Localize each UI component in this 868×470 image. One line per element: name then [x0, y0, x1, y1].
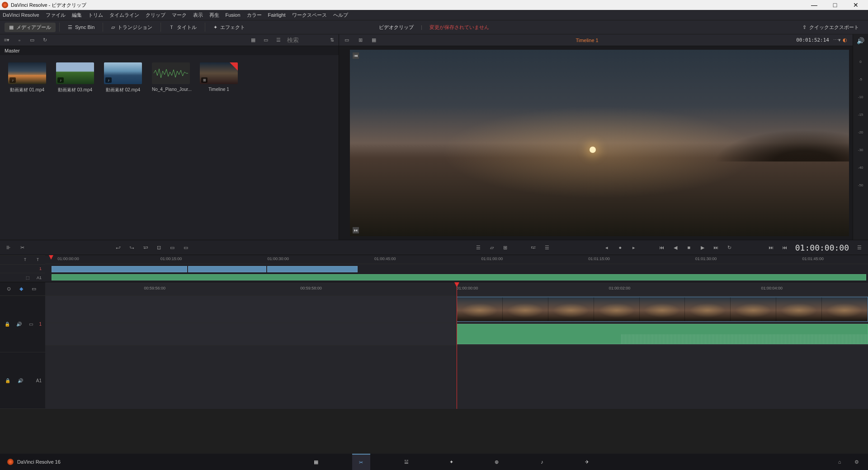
tool-icon-1[interactable]: ☰	[474, 244, 482, 251]
menu-edit[interactable]: 編集	[72, 12, 82, 19]
clip-item[interactable]: ♪ 動画素材 02.mp4	[104, 62, 142, 93]
clip-item[interactable]: ⊞ Timeline 1	[200, 62, 238, 92]
mini-tool-b-icon[interactable]: Ｔ	[33, 256, 42, 263]
tab-fairlight[interactable]: ♪	[533, 454, 551, 470]
mini-audio-clip[interactable]	[52, 274, 866, 280]
maximize-button[interactable]: □	[825, 0, 845, 10]
settings-icon[interactable]: ☰	[543, 244, 551, 251]
boring-detector-icon[interactable]: ⊪	[5, 244, 13, 251]
first-frame-button[interactable]: ⏮	[353, 52, 359, 59]
view-list-icon[interactable]: ☰	[274, 37, 283, 44]
ripple-icon[interactable]: ⮒	[141, 244, 149, 251]
quickexport-button[interactable]: ⇪ クイックエクスポート	[798, 23, 863, 32]
filter-icon[interactable]: ⇅	[328, 37, 336, 44]
mute-video-icon[interactable]: 🔊	[15, 320, 23, 328]
viewer-mode3-icon[interactable]: ▦	[370, 37, 378, 44]
mini-video-clip[interactable]	[52, 266, 187, 272]
close-button[interactable]: ✕	[845, 0, 866, 10]
pool-folder-icon[interactable]: ▭	[28, 37, 36, 44]
bypass-icon[interactable]: ◐	[841, 37, 849, 44]
viewer-canvas[interactable]: ⏮ ⏭	[350, 50, 849, 236]
mini-playhead[interactable]	[49, 255, 53, 260]
syncbin-toggle[interactable]: ☰ Sync Bin	[63, 23, 99, 32]
tool-icon-2[interactable]: ▱	[488, 244, 496, 251]
tools-icon[interactable]: ⮓	[529, 244, 538, 251]
place-on-top-icon[interactable]: ▭	[168, 244, 176, 251]
bin-label[interactable]: Master	[0, 46, 339, 55]
mediapool-toggle[interactable]: ▦ メディアプール	[5, 23, 56, 32]
project-settings-icon[interactable]: ⚙	[853, 458, 861, 465]
source-overwrite-icon[interactable]: ▭	[182, 244, 190, 251]
view-thumbs-icon[interactable]: ▦	[249, 37, 257, 44]
playhead[interactable]	[457, 282, 457, 409]
tab-media[interactable]: ▦	[307, 454, 325, 470]
tab-edit[interactable]: ☱	[397, 454, 415, 470]
marker-dot-icon[interactable]: ●	[616, 244, 624, 251]
go-out-button[interactable]: ⏮	[781, 244, 789, 251]
menu-file[interactable]: ファイル	[46, 12, 66, 19]
prev-clip-icon[interactable]: ◂	[603, 244, 611, 251]
minimize-button[interactable]: —	[804, 0, 825, 10]
menu-trim[interactable]: トリム	[88, 12, 103, 19]
timeline-body[interactable]: 00:59:56:00 00:59:58:00 01:00:00:00 01:0…	[45, 282, 868, 409]
speaker-icon[interactable]: 🔊	[857, 37, 864, 44]
menu-clip[interactable]: クリップ	[146, 12, 165, 19]
mini-timeline-body[interactable]: 01:00:00:00 01:00:15:00 01:00:30:00 01:0…	[45, 255, 868, 282]
smart-insert-icon[interactable]: ⮐	[114, 244, 122, 251]
go-start-button[interactable]: ⏮	[658, 244, 666, 251]
video-clip[interactable]	[457, 297, 868, 322]
stop-button[interactable]: ■	[685, 244, 693, 251]
tool-icon-3[interactable]: ⊞	[501, 244, 509, 251]
lock-icon[interactable]: 🔒	[4, 377, 12, 384]
menu-mark[interactable]: マーク	[172, 12, 187, 19]
view-strip-icon[interactable]: ▭	[262, 37, 270, 44]
mini-ruler[interactable]: 01:00:00:00 01:00:15:00 01:00:30:00 01:0…	[45, 255, 868, 264]
viewer-mode1-icon[interactable]: ▭	[343, 37, 351, 44]
tab-deliver[interactable]: ✈	[578, 454, 596, 470]
close-up-icon[interactable]: ⊡	[155, 244, 163, 251]
menu-fairlight[interactable]: Fairlight	[268, 12, 286, 18]
step-back-button[interactable]: ◀	[671, 244, 679, 251]
menu-view[interactable]: 表示	[193, 12, 203, 19]
menu-help[interactable]: ヘルプ	[333, 12, 348, 19]
pool-refresh-icon[interactable]: ↻	[41, 37, 49, 44]
audio-clip[interactable]	[457, 324, 868, 344]
last-frame-button[interactable]: ⏭	[353, 227, 359, 233]
search-input[interactable]	[287, 37, 323, 43]
transition-toggle[interactable]: ▱ トランジション	[107, 23, 157, 32]
mini-video-clip[interactable]	[188, 266, 266, 272]
title-toggle[interactable]: Ｔ タイトル	[165, 23, 201, 32]
clip-item[interactable]: No_4_Piano_Jour...	[152, 62, 190, 92]
effect-toggle[interactable]: ✦ エフェクト	[209, 23, 250, 32]
lock-icon[interactable]: 🔒	[4, 320, 11, 328]
mute-audio-icon[interactable]: 🔊	[16, 377, 24, 384]
home-icon[interactable]: ⌂	[835, 458, 844, 465]
loop-button[interactable]: ↻	[726, 244, 734, 251]
flag-tool-icon[interactable]: ▭	[30, 285, 38, 293]
tab-fusion[interactable]: ✦	[443, 454, 461, 470]
options-icon[interactable]: ☰	[855, 244, 863, 251]
split-icon[interactable]: ✂	[18, 244, 26, 251]
clip-item[interactable]: ♪ 動画素材 03.mp4	[56, 62, 94, 93]
menu-workspace[interactable]: ワークスペース	[292, 12, 327, 19]
menu-playback[interactable]: 再生	[209, 12, 219, 19]
mini-tool-a-icon[interactable]: Ｔ	[21, 256, 29, 263]
step-fwd-button[interactable]: ⏭	[712, 244, 720, 251]
next-clip-icon[interactable]: ▸	[630, 244, 638, 251]
viewer-mode2-icon[interactable]: ⊞	[356, 37, 364, 44]
pool-import-icon[interactable]: ▫	[15, 37, 24, 44]
viewer-timecode[interactable]: 00:01:52:14	[796, 37, 829, 43]
menu-timeline[interactable]: タイムライン	[109, 12, 139, 19]
transport-timecode[interactable]: 01:00:00:00	[795, 243, 849, 252]
mini-video-clip[interactable]	[267, 266, 358, 272]
marker-icon[interactable]: ◆	[17, 285, 25, 293]
menu-fusion[interactable]: Fusion	[226, 12, 241, 18]
append-icon[interactable]: ⮑	[127, 244, 136, 251]
tab-cut[interactable]: ✂	[352, 454, 370, 470]
menu-color[interactable]: カラー	[247, 12, 262, 19]
mini-tool-c-icon[interactable]: ⬚	[24, 274, 32, 281]
viewer-opt-icon[interactable]: ⋯▾	[833, 37, 841, 44]
pool-sort-icon[interactable]: ≡▾	[3, 37, 11, 44]
go-in-button[interactable]: ⏭	[767, 244, 775, 251]
snap-icon[interactable]: ⊙	[5, 285, 13, 293]
